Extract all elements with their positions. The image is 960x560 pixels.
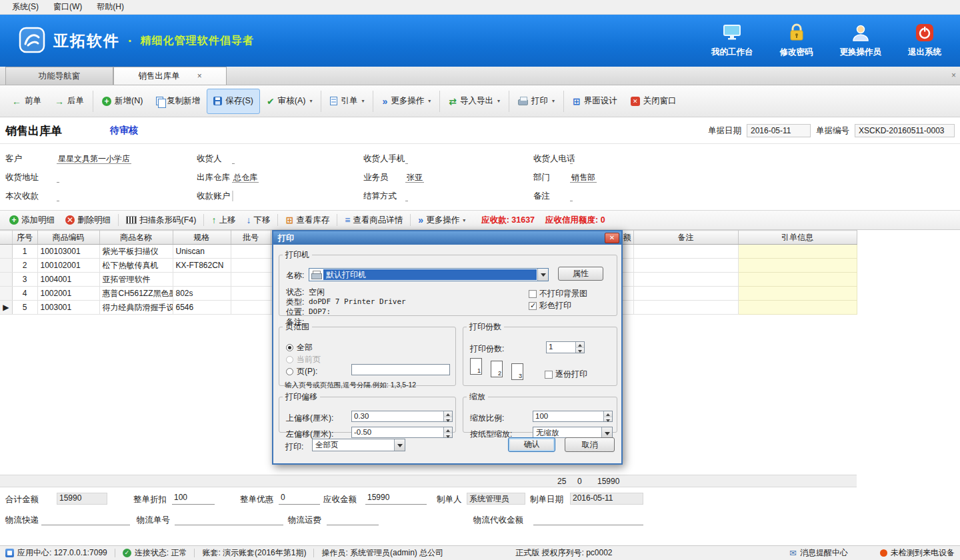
- view-product-button[interactable]: ≡查看商品详情: [339, 215, 408, 226]
- change-password-button[interactable]: 修改密码: [780, 23, 813, 58]
- more-actions-button[interactable]: »更多操作▾: [375, 89, 437, 114]
- import-export-button[interactable]: ⇄导入导出▾: [442, 89, 507, 114]
- spin-down-icon[interactable]: [575, 347, 584, 353]
- col-batch[interactable]: 批号: [231, 231, 271, 245]
- doc-no-field[interactable]: XSCKD-20160511-0003: [855, 124, 955, 137]
- chevron-down-icon[interactable]: ▾: [309, 98, 312, 104]
- prev-doc-button[interactable]: ←前单: [5, 89, 48, 114]
- address-field[interactable]: [57, 173, 59, 183]
- cell-spec[interactable]: Uniscan: [173, 245, 231, 259]
- cell-batch[interactable]: [231, 287, 271, 301]
- cell-pull-info[interactable]: [738, 273, 857, 287]
- spin-down-icon[interactable]: [603, 417, 612, 422]
- cell-batch[interactable]: [231, 301, 271, 315]
- collate-checkbox[interactable]: 逐份打印: [545, 369, 587, 380]
- spin-down-icon[interactable]: [443, 417, 452, 422]
- move-up-button[interactable]: ↑上移: [206, 215, 241, 226]
- left-offset-stepper[interactable]: -0.50: [351, 427, 453, 438]
- cell-code[interactable]: 1002001: [37, 287, 99, 301]
- cell-name[interactable]: 紫光平板扫描仪: [99, 245, 173, 259]
- discount-field[interactable]: 100: [172, 493, 215, 505]
- color-print-checkbox[interactable]: 彩色打印: [529, 300, 571, 311]
- dialog-titlebar[interactable]: 打印: [273, 231, 621, 245]
- no-background-checkbox[interactable]: 不打印背景图: [529, 288, 587, 299]
- consignee-phone-field[interactable]: [570, 154, 573, 164]
- cell-pull-info[interactable]: [738, 259, 857, 273]
- cell-note[interactable]: [633, 259, 738, 273]
- col-pull-info[interactable]: 引单信息: [738, 231, 857, 245]
- spin-up-icon[interactable]: [575, 342, 584, 347]
- cell-batch[interactable]: [231, 259, 271, 273]
- dropdown-arrow-icon[interactable]: [601, 427, 612, 437]
- dropdown-arrow-icon[interactable]: [537, 269, 548, 281]
- message-center[interactable]: ✉ 消息提醒中心: [789, 547, 848, 559]
- customer-field[interactable]: 星星文具第一小学店: [57, 154, 131, 164]
- cell-pull-info[interactable]: [738, 287, 857, 301]
- logistics-fee-field[interactable]: [327, 513, 379, 525]
- logistics-cod-field[interactable]: [533, 513, 643, 525]
- add-detail-button[interactable]: +添加明细: [4, 215, 60, 226]
- copies-stepper[interactable]: 1: [546, 341, 585, 353]
- cell-pull-info[interactable]: [738, 245, 857, 259]
- menu-window[interactable]: 窗口(W): [47, 0, 89, 14]
- col-seq[interactable]: 序号: [12, 231, 37, 245]
- cell-code[interactable]: 100103001: [37, 245, 99, 259]
- cell-seq[interactable]: 5: [12, 301, 37, 315]
- chevron-down-icon[interactable]: ▾: [361, 98, 364, 104]
- cell-note[interactable]: [633, 245, 738, 259]
- salesman-field[interactable]: 张亚: [405, 173, 424, 183]
- range-pages-radio[interactable]: 页(P):: [286, 366, 317, 377]
- cell-note[interactable]: [633, 287, 738, 301]
- exit-system-button[interactable]: 退出系统: [908, 23, 941, 58]
- cell-seq[interactable]: 4: [12, 287, 37, 301]
- cell-code[interactable]: 100102001: [37, 259, 99, 273]
- view-stock-button[interactable]: ⊞查看库存: [280, 215, 335, 226]
- chevron-down-icon[interactable]: ▾: [552, 98, 555, 104]
- cell-spec[interactable]: KX-FT862CN: [173, 259, 231, 273]
- spin-down-icon[interactable]: [443, 433, 452, 438]
- next-doc-button[interactable]: →后单: [48, 89, 91, 114]
- logistics-no-field[interactable]: [175, 513, 283, 525]
- cell-spec[interactable]: 802s: [173, 287, 231, 301]
- cell-name[interactable]: 得力经典防滑握手设: [99, 301, 173, 315]
- spin-up-icon[interactable]: [603, 411, 612, 417]
- tab-function-nav[interactable]: 功能导航窗: [5, 67, 113, 85]
- cell-spec[interactable]: 6546: [173, 301, 231, 315]
- cell-note[interactable]: [633, 273, 738, 287]
- scan-barcode-button[interactable]: 扫描条形码(F4): [121, 215, 201, 226]
- remark-field[interactable]: [570, 191, 573, 201]
- warehouse-field[interactable]: 总仓库: [232, 173, 259, 183]
- cell-batch[interactable]: [231, 273, 271, 287]
- cell-code[interactable]: 1004001: [37, 273, 99, 287]
- spin-up-icon[interactable]: [443, 427, 452, 433]
- audit-button[interactable]: ✔审核(A)▾: [260, 89, 319, 114]
- tab-close-icon[interactable]: ×: [197, 71, 202, 81]
- copy-new-button[interactable]: 复制新增: [149, 89, 207, 114]
- payment-field[interactable]: [57, 191, 59, 201]
- department-field[interactable]: 销售部: [570, 173, 597, 183]
- cell-seq[interactable]: 2: [12, 259, 37, 273]
- detail-more-button[interactable]: »更多操作▾: [413, 215, 471, 226]
- move-down-button[interactable]: ↓下移: [241, 215, 275, 226]
- preferential-field[interactable]: 0: [279, 493, 320, 505]
- logistics-express-field[interactable]: [41, 513, 130, 525]
- pull-order-button[interactable]: 引单▾: [323, 89, 371, 114]
- top-offset-stepper[interactable]: 0.30: [351, 411, 453, 422]
- printer-select[interactable]: 默认打印机: [309, 268, 549, 281]
- cell-spec[interactable]: [173, 273, 231, 287]
- col-spec[interactable]: 规格: [173, 231, 231, 245]
- range-all-radio[interactable]: 全部: [286, 342, 313, 353]
- consignee-field[interactable]: [232, 154, 235, 164]
- menu-help[interactable]: 帮助(H): [90, 0, 131, 14]
- print-button[interactable]: 打印▾: [511, 89, 561, 114]
- paper-zoom-select[interactable]: 无缩放: [533, 427, 613, 438]
- cell-seq[interactable]: 3: [12, 273, 37, 287]
- cell-seq[interactable]: 1: [12, 245, 37, 259]
- chevron-down-icon[interactable]: ▾: [428, 98, 431, 104]
- cell-name[interactable]: 松下热敏传真机: [99, 259, 173, 273]
- doc-date-field[interactable]: 2016-05-11: [747, 124, 811, 137]
- ui-design-button[interactable]: ⊞界面设计: [566, 89, 624, 114]
- printer-properties-button[interactable]: 属性: [558, 267, 603, 281]
- panel-close-icon[interactable]: ×: [951, 71, 956, 80]
- tab-sales-outbound[interactable]: 销售出库单 ×: [113, 67, 227, 85]
